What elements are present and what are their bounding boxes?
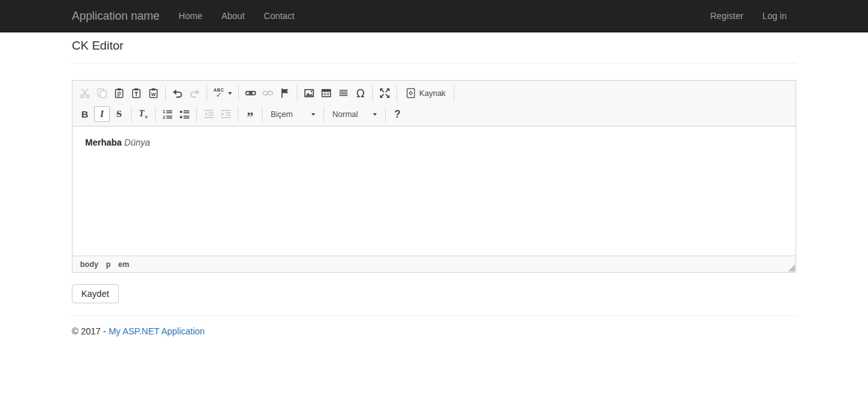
toolbar-separator <box>385 107 386 122</box>
footer-app-link[interactable]: My ASP.NET Application <box>109 326 205 336</box>
toolbar-separator <box>196 107 197 122</box>
chevron-down-icon <box>228 92 232 95</box>
spellcheck-button[interactable]: ABC ✓ <box>211 85 234 101</box>
numbered-list-button[interactable]: 12 <box>159 106 175 122</box>
paste-from-word-icon: W <box>148 88 159 99</box>
source-button[interactable]: Kaynak <box>401 85 451 101</box>
toolbar-separator <box>397 86 397 101</box>
format-combo[interactable]: Normal <box>327 106 382 122</box>
bold-text: Merhaba <box>85 137 122 148</box>
maximize-icon <box>379 88 390 99</box>
spellcheck-icon: ABC ✓ <box>214 88 224 99</box>
anchor-flag-icon <box>280 88 290 99</box>
cut-button <box>77 85 93 101</box>
rich-text-editor: W ABC ✓ <box>72 80 796 273</box>
image-icon <box>304 88 315 99</box>
toolbar-separator <box>262 107 262 122</box>
unlink-button <box>260 85 276 101</box>
increase-indent-icon <box>220 109 231 120</box>
bold-icon: B <box>81 109 88 120</box>
italic-text: Dünya <box>125 137 150 148</box>
nav-item-home[interactable]: Home <box>169 0 212 32</box>
maximize-button[interactable] <box>377 85 393 101</box>
omega-icon: Ω <box>356 87 365 100</box>
italic-button[interactable]: I <box>94 106 110 122</box>
editor-content-area[interactable]: MerhabaDünya <box>72 127 796 256</box>
increase-indent-button <box>218 106 234 122</box>
toolbar-separator <box>155 107 156 122</box>
editor-paragraph: MerhabaDünya <box>85 137 783 148</box>
cut-icon <box>79 88 90 99</box>
toolbar-row-1: W ABC ✓ <box>76 83 792 104</box>
blockquote-icon: ” <box>247 114 254 120</box>
paste-icon <box>114 88 125 99</box>
app-brand-link[interactable]: Application name <box>72 0 169 32</box>
chevron-down-icon <box>373 113 377 116</box>
link-button[interactable] <box>243 85 259 101</box>
decrease-indent-icon <box>203 109 214 120</box>
toolbar-separator <box>131 107 132 122</box>
toolbar-separator <box>165 86 166 101</box>
elements-path-p[interactable]: p <box>106 260 111 269</box>
toolbar-separator <box>372 86 373 101</box>
editor-resize-handle[interactable] <box>788 264 795 271</box>
source-button-label: Kaynak <box>419 89 446 98</box>
top-navbar: Application name Home About Contact Regi… <box>0 0 868 32</box>
toolbar-separator <box>297 86 297 101</box>
copyright-text: © 2017 - <box>72 326 106 336</box>
source-icon <box>405 88 416 99</box>
styles-combo-value: Biçem <box>271 110 293 119</box>
redo-button <box>187 85 203 101</box>
svg-text:2: 2 <box>163 114 165 120</box>
toolbar-separator <box>323 107 324 122</box>
svg-text:W: W <box>151 92 156 97</box>
toolbar-separator <box>454 86 454 101</box>
editor-toolbar: W ABC ✓ <box>72 81 796 127</box>
footer-copyright: © 2017 -My ASP.NET Application <box>72 326 796 362</box>
nav-item-about[interactable]: About <box>212 0 254 32</box>
strikethrough-icon: S <box>116 109 121 120</box>
chevron-down-icon <box>311 113 315 116</box>
elements-path-body[interactable]: body <box>80 260 98 269</box>
save-button[interactable]: Kaydet <box>72 284 119 303</box>
format-combo-value: Normal <box>332 110 358 119</box>
nav-item-login[interactable]: Log in <box>753 0 796 32</box>
insert-image-button[interactable] <box>301 85 317 101</box>
editor-status-bar: body p em <box>72 256 796 272</box>
unlink-icon <box>262 88 273 99</box>
remove-format-icon: Tx <box>139 109 147 120</box>
elements-path-em[interactable]: em <box>118 260 129 269</box>
undo-button[interactable] <box>170 85 186 101</box>
insert-table-button[interactable] <box>318 85 334 101</box>
title-divider <box>72 63 796 64</box>
horizontal-rule-button[interactable] <box>336 85 351 101</box>
italic-icon: I <box>100 109 104 120</box>
numbered-list-icon: 12 <box>162 109 173 120</box>
remove-format-button[interactable]: Tx <box>135 106 151 122</box>
special-char-button[interactable]: Ω <box>353 85 369 101</box>
bold-button[interactable]: B <box>77 106 93 122</box>
footer-divider <box>72 315 796 316</box>
toolbar-separator <box>238 107 238 122</box>
redo-icon <box>189 88 200 99</box>
about-editor-button[interactable]: ? <box>390 106 405 122</box>
paste-button[interactable] <box>111 85 127 101</box>
nav-item-contact[interactable]: Contact <box>254 0 304 32</box>
bulleted-list-icon <box>179 109 190 120</box>
question-mark-icon: ? <box>395 109 401 120</box>
decrease-indent-button <box>201 106 217 122</box>
styles-combo[interactable]: Biçem <box>266 106 320 122</box>
paste-from-word-button[interactable]: W <box>146 85 161 101</box>
paste-as-text-button[interactable] <box>128 85 144 101</box>
anchor-button[interactable] <box>277 85 293 101</box>
blockquote-button[interactable]: ” <box>242 106 258 122</box>
horizontal-rule-icon <box>338 88 349 99</box>
link-icon <box>245 88 256 99</box>
bulleted-list-button[interactable] <box>177 106 193 122</box>
strikethrough-button[interactable]: S <box>111 106 127 122</box>
copy-icon <box>97 88 107 99</box>
copy-button <box>94 85 110 101</box>
table-icon <box>321 88 332 99</box>
nav-item-register[interactable]: Register <box>701 0 753 32</box>
toolbar-separator <box>238 86 239 101</box>
